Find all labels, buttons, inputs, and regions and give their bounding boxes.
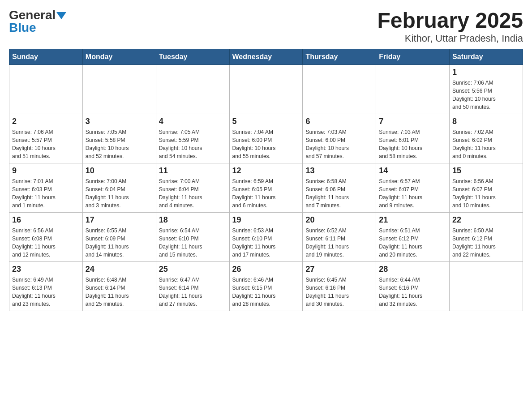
day-info: Sunrise: 7:04 AM Sunset: 6:00 PM Dayligh…	[232, 128, 300, 160]
day-info: Sunrise: 6:51 AM Sunset: 6:12 PM Dayligh…	[379, 227, 446, 259]
day-info: Sunrise: 7:00 AM Sunset: 6:04 PM Dayligh…	[86, 177, 153, 210]
calendar-cell	[82, 64, 156, 114]
calendar-cell: 11Sunrise: 7:00 AM Sunset: 6:04 PM Dayli…	[156, 163, 229, 212]
day-info: Sunrise: 7:03 AM Sunset: 6:00 PM Dayligh…	[305, 128, 373, 160]
calendar-cell: 5Sunrise: 7:04 AM Sunset: 6:00 PM Daylig…	[229, 114, 303, 163]
calendar-cell	[229, 64, 303, 114]
day-number: 25	[159, 265, 227, 274]
day-number: 18	[159, 215, 227, 225]
logo-blue: Blue	[9, 21, 36, 34]
day-info: Sunrise: 6:49 AM Sunset: 6:13 PM Dayligh…	[12, 276, 80, 308]
day-info: Sunrise: 7:01 AM Sunset: 6:03 PM Dayligh…	[12, 177, 80, 210]
day-number: 26	[232, 265, 300, 274]
day-info: Sunrise: 7:06 AM Sunset: 5:57 PM Dayligh…	[12, 128, 80, 160]
calendar-cell: 4Sunrise: 7:05 AM Sunset: 5:59 PM Daylig…	[156, 114, 229, 163]
logo-triangle-icon	[56, 12, 66, 19]
calendar-cell: 28Sunrise: 6:44 AM Sunset: 6:16 PM Dayli…	[376, 261, 450, 311]
calendar-cell: 18Sunrise: 6:54 AM Sunset: 6:10 PM Dayli…	[156, 212, 229, 261]
day-number: 7	[379, 117, 446, 126]
day-header-friday: Friday	[376, 49, 450, 64]
day-header-thursday: Thursday	[303, 49, 376, 64]
day-number: 12	[232, 166, 300, 176]
calendar-cell: 13Sunrise: 6:58 AM Sunset: 6:06 PM Dayli…	[303, 163, 376, 212]
day-info: Sunrise: 6:59 AM Sunset: 6:05 PM Dayligh…	[232, 177, 300, 210]
calendar-header-row: SundayMondayTuesdayWednesdayThursdayFrid…	[9, 49, 523, 64]
calendar-cell: 8Sunrise: 7:02 AM Sunset: 6:02 PM Daylig…	[450, 114, 523, 163]
day-number: 8	[452, 117, 520, 126]
calendar-cell	[376, 64, 450, 114]
calendar-cell: 7Sunrise: 7:03 AM Sunset: 6:01 PM Daylig…	[376, 114, 450, 163]
day-info: Sunrise: 6:54 AM Sunset: 6:10 PM Dayligh…	[159, 227, 227, 259]
day-number: 15	[452, 166, 520, 176]
day-info: Sunrise: 7:06 AM Sunset: 5:56 PM Dayligh…	[452, 79, 520, 111]
day-info: Sunrise: 6:48 AM Sunset: 6:14 PM Dayligh…	[86, 276, 153, 308]
day-info: Sunrise: 6:52 AM Sunset: 6:11 PM Dayligh…	[305, 227, 373, 259]
day-number: 27	[305, 265, 373, 274]
day-number: 24	[86, 265, 153, 274]
day-info: Sunrise: 7:00 AM Sunset: 6:04 PM Dayligh…	[159, 177, 227, 210]
day-info: Sunrise: 6:57 AM Sunset: 6:07 PM Dayligh…	[379, 177, 446, 210]
week-row-2: 2Sunrise: 7:06 AM Sunset: 5:57 PM Daylig…	[9, 114, 523, 163]
day-info: Sunrise: 6:56 AM Sunset: 6:07 PM Dayligh…	[452, 177, 520, 210]
day-number: 16	[12, 215, 80, 225]
calendar-table: SundayMondayTuesdayWednesdayThursdayFrid…	[9, 49, 523, 311]
day-number: 5	[232, 117, 300, 126]
day-header-wednesday: Wednesday	[229, 49, 303, 64]
day-number: 10	[86, 166, 153, 176]
week-row-5: 23Sunrise: 6:49 AM Sunset: 6:13 PM Dayli…	[9, 261, 523, 311]
day-number: 11	[159, 166, 227, 176]
page-header: General Blue February 2025 Kithor, Uttar…	[9, 9, 523, 44]
day-info: Sunrise: 6:58 AM Sunset: 6:06 PM Dayligh…	[305, 177, 373, 210]
day-number: 21	[379, 215, 446, 225]
day-number: 3	[86, 117, 153, 126]
day-info: Sunrise: 6:53 AM Sunset: 6:10 PM Dayligh…	[232, 227, 300, 259]
day-info: Sunrise: 6:46 AM Sunset: 6:15 PM Dayligh…	[232, 276, 300, 308]
day-header-sunday: Sunday	[9, 49, 83, 64]
day-number: 9	[12, 166, 80, 176]
calendar-cell: 2Sunrise: 7:06 AM Sunset: 5:57 PM Daylig…	[9, 114, 83, 163]
week-row-4: 16Sunrise: 6:56 AM Sunset: 6:08 PM Dayli…	[9, 212, 523, 261]
calendar-cell: 19Sunrise: 6:53 AM Sunset: 6:10 PM Dayli…	[229, 212, 303, 261]
calendar-cell: 22Sunrise: 6:50 AM Sunset: 6:12 PM Dayli…	[450, 212, 523, 261]
day-number: 17	[86, 215, 153, 225]
calendar-cell: 27Sunrise: 6:45 AM Sunset: 6:16 PM Dayli…	[303, 261, 376, 311]
calendar-cell: 12Sunrise: 6:59 AM Sunset: 6:05 PM Dayli…	[229, 163, 303, 212]
day-number: 19	[232, 215, 300, 225]
day-number: 14	[379, 166, 446, 176]
day-info: Sunrise: 6:45 AM Sunset: 6:16 PM Dayligh…	[305, 276, 373, 308]
day-info: Sunrise: 6:47 AM Sunset: 6:14 PM Dayligh…	[159, 276, 227, 308]
day-number: 20	[305, 215, 373, 225]
logo-general: General	[9, 9, 56, 21]
calendar-cell: 1Sunrise: 7:06 AM Sunset: 5:56 PM Daylig…	[450, 64, 523, 114]
day-info: Sunrise: 7:02 AM Sunset: 6:02 PM Dayligh…	[452, 128, 520, 160]
day-info: Sunrise: 6:56 AM Sunset: 6:08 PM Dayligh…	[12, 227, 80, 259]
calendar-title: February 2025	[377, 9, 523, 33]
week-row-3: 9Sunrise: 7:01 AM Sunset: 6:03 PM Daylig…	[9, 163, 523, 212]
day-info: Sunrise: 6:50 AM Sunset: 6:12 PM Dayligh…	[452, 227, 520, 259]
calendar-cell: 20Sunrise: 6:52 AM Sunset: 6:11 PM Dayli…	[303, 212, 376, 261]
day-header-tuesday: Tuesday	[156, 49, 229, 64]
calendar-cell	[9, 64, 83, 114]
day-number: 22	[452, 215, 520, 225]
calendar-cell: 16Sunrise: 6:56 AM Sunset: 6:08 PM Dayli…	[9, 212, 83, 261]
calendar-cell: 26Sunrise: 6:46 AM Sunset: 6:15 PM Dayli…	[229, 261, 303, 311]
calendar-cell: 21Sunrise: 6:51 AM Sunset: 6:12 PM Dayli…	[376, 212, 450, 261]
calendar-cell: 17Sunrise: 6:55 AM Sunset: 6:09 PM Dayli…	[82, 212, 156, 261]
title-block: February 2025 Kithor, Uttar Pradesh, Ind…	[377, 9, 523, 44]
svg-marker-0	[56, 12, 66, 19]
calendar-cell	[156, 64, 229, 114]
calendar-cell	[303, 64, 376, 114]
week-row-1: 1Sunrise: 7:06 AM Sunset: 5:56 PM Daylig…	[9, 64, 523, 114]
calendar-cell: 25Sunrise: 6:47 AM Sunset: 6:14 PM Dayli…	[156, 261, 229, 311]
day-number: 23	[12, 265, 80, 274]
calendar-cell	[450, 261, 523, 311]
day-info: Sunrise: 7:05 AM Sunset: 5:58 PM Dayligh…	[86, 128, 153, 160]
day-header-saturday: Saturday	[450, 49, 523, 64]
day-number: 4	[159, 117, 227, 126]
calendar-cell: 14Sunrise: 6:57 AM Sunset: 6:07 PM Dayli…	[376, 163, 450, 212]
day-number: 13	[305, 166, 373, 176]
calendar-cell: 10Sunrise: 7:00 AM Sunset: 6:04 PM Dayli…	[82, 163, 156, 212]
day-info: Sunrise: 7:05 AM Sunset: 5:59 PM Dayligh…	[159, 128, 227, 160]
calendar-cell: 6Sunrise: 7:03 AM Sunset: 6:00 PM Daylig…	[303, 114, 376, 163]
day-number: 6	[305, 117, 373, 126]
